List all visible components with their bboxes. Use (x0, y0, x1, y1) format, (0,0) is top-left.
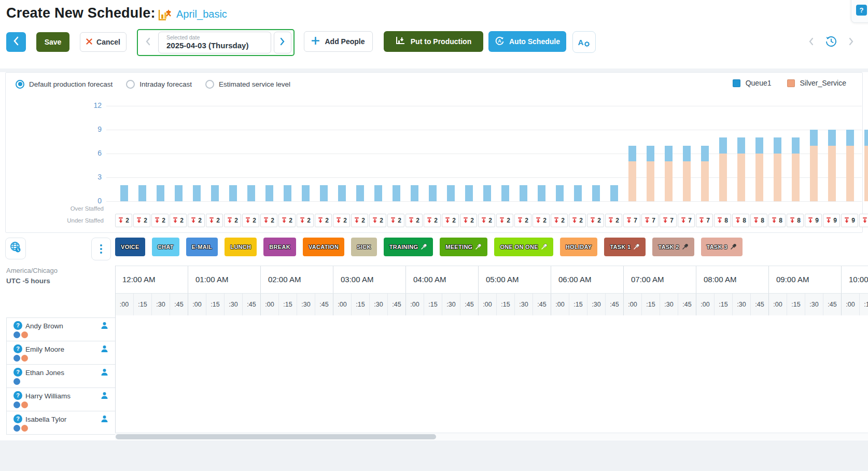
activity-button-task-2[interactable]: TASK 2 (652, 238, 694, 256)
history-button[interactable] (824, 35, 838, 50)
cancel-button[interactable]: Cancel (80, 32, 127, 52)
activity-label: ONE ON ONE (500, 244, 538, 250)
hour-header-cell: 04:00 AM (405, 266, 478, 293)
pin-icon (421, 243, 427, 250)
history-clock-icon (825, 35, 837, 50)
employee-row[interactable]: ?Ethan Jones (7, 365, 115, 388)
back-button[interactable] (6, 32, 26, 52)
timezone-name: America/Chicago (6, 267, 58, 274)
auto-schedule-icon: A (495, 36, 505, 47)
forecast-option[interactable]: Intraday forecast (126, 80, 192, 89)
help-panel: ? (851, 0, 868, 23)
quarter-header-cell: :45 (678, 294, 696, 315)
hour-header-cell: 08:00 AM (696, 266, 768, 293)
person-icon (101, 415, 108, 423)
employee-row[interactable]: ?Andy Brown (7, 318, 115, 341)
quarter-header-cell: :00 (188, 294, 206, 315)
quarter-header-cell: :45 (750, 294, 768, 315)
y-axis-tick: 0 (76, 197, 102, 205)
history-next-button[interactable] (845, 36, 858, 49)
person-icon[interactable] (101, 345, 108, 355)
scrollbar-thumb[interactable] (116, 434, 436, 439)
question-badge-icon: ? (13, 414, 22, 423)
auto-schedule-settings-button[interactable]: A (572, 31, 596, 53)
activity-label: HOLIDAY (566, 244, 592, 250)
activity-button-break[interactable]: BREAK (263, 238, 296, 256)
chevron-right-icon (280, 37, 285, 48)
quarter-header-cell: :15 (641, 294, 660, 315)
arrow-down-icon (554, 217, 559, 224)
quarter-header-cell: :45 (823, 294, 841, 315)
person-icon[interactable] (101, 415, 108, 425)
activity-button-lunch[interactable]: LUNCH (225, 238, 257, 256)
under-staffed-value: 2 (470, 217, 474, 224)
employee-row[interactable]: ?Harry Williams (7, 388, 115, 411)
quarter-header-cell: :45 (315, 294, 333, 315)
activity-label: TASK 2 (658, 244, 679, 250)
timezone-button[interactable] (5, 238, 26, 259)
person-icon (101, 368, 108, 376)
previous-date-button[interactable] (140, 32, 156, 53)
person-icon[interactable] (101, 368, 108, 378)
help-icon[interactable]: ? (856, 5, 867, 16)
activity-button-sick[interactable]: SICK (351, 238, 376, 256)
activity-button-e-mail[interactable]: E-MAIL (186, 238, 218, 256)
activity-button-holiday[interactable]: HOLIDAY (560, 238, 598, 256)
bar-segment-queue1 (665, 146, 673, 162)
auto-schedule-button[interactable]: A Auto Schedule (488, 31, 566, 52)
activity-button-task-3[interactable]: TASK 3 (701, 238, 743, 256)
under-staffed-value: 2 (398, 217, 401, 224)
forecast-option[interactable]: Estimated service level (205, 80, 290, 89)
selected-date-field[interactable]: Selected date 2025-04-03 (Thursday) (158, 32, 271, 53)
under-staffed-cell: 9 (805, 214, 822, 227)
activity-button-task-1[interactable]: TASK 1 (604, 238, 646, 256)
employee-row[interactable]: ?Emily Moore (7, 341, 115, 365)
activity-button-chat[interactable]: CHAT (152, 238, 179, 256)
bar-segment-silver-service (665, 161, 673, 201)
activity-button-meeting[interactable]: MEETING (440, 238, 487, 256)
person-icon[interactable] (101, 322, 108, 331)
put-to-production-button[interactable]: Put to Production (384, 31, 483, 52)
activity-button-one-on-one[interactable]: ONE ON ONE (494, 238, 553, 256)
add-people-button[interactable]: Add People (304, 31, 373, 52)
under-staffed-value: 2 (452, 217, 456, 224)
status-dot (21, 401, 28, 408)
hour-header-cell: 12:00 AM (115, 266, 188, 293)
employee-name: Isabella Tylor (25, 415, 66, 423)
next-date-button[interactable] (274, 32, 291, 53)
person-icon[interactable] (101, 392, 108, 401)
save-button[interactable]: Save (36, 32, 69, 52)
bar-segment-queue1 (157, 185, 164, 201)
hour-header-cell: 01:00 AM (188, 266, 260, 293)
history-previous-button[interactable] (805, 36, 817, 49)
more-options-button[interactable] (91, 238, 111, 260)
arrow-down-icon (862, 217, 867, 224)
question-badge-icon: ? (13, 321, 22, 330)
arrow-down-icon (590, 217, 595, 224)
under-staffed-cell: 2 (405, 214, 423, 227)
under-staffed-cell: 7 (660, 214, 677, 227)
quarter-header-cell: :00 (623, 294, 641, 315)
close-icon (86, 38, 92, 46)
arrow-down-icon (735, 217, 740, 224)
employee-row[interactable]: ?Isabella Tylor (7, 411, 115, 435)
legend-item[interactable]: Silver_Service (787, 79, 846, 87)
under-staffed-value: 2 (180, 217, 184, 224)
quarter-header-cell: :30 (297, 294, 315, 315)
bar-segment-queue1 (683, 146, 691, 162)
legend-item[interactable]: Queue1 (733, 79, 772, 87)
activity-button-vacation[interactable]: VACATION (303, 238, 344, 256)
bar-segment-silver-service (846, 146, 854, 201)
legend-label: Silver_Service (800, 79, 846, 87)
activity-button-voice[interactable]: VOICE (115, 238, 145, 256)
under-staffed-value: 9 (815, 217, 819, 224)
quarter-header-cell: :00 (768, 294, 787, 315)
under-staffed-cell: 7 (696, 214, 713, 227)
horizontal-scrollbar[interactable] (115, 433, 868, 440)
activity-button-training[interactable]: TRAINING (384, 238, 433, 256)
quarter-header-cell: :15 (133, 294, 151, 315)
activity-label: E-MAIL (192, 244, 213, 250)
under-staffed-label: Under Staffed (29, 217, 104, 224)
forecast-option[interactable]: Default production forecast (16, 80, 113, 89)
under-staffed-value: 2 (543, 217, 547, 224)
